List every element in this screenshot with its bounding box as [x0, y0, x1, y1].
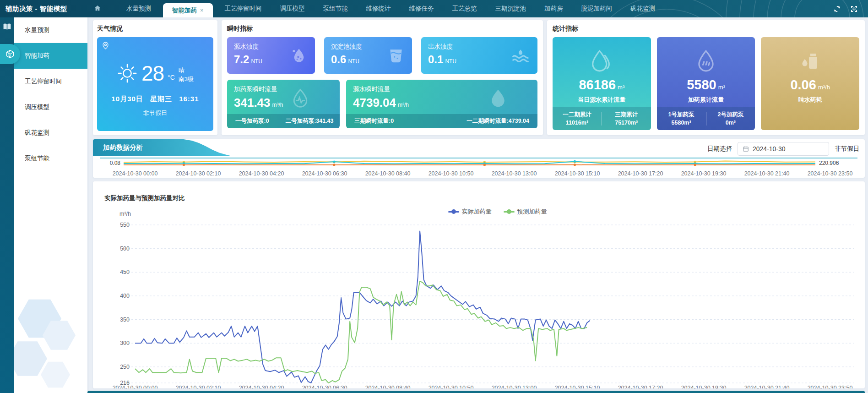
comparison-chart[interactable]: m³/h2162503003504004505005502024-10-30 0…: [97, 207, 865, 388]
tab-水量预测[interactable]: 水量预测: [117, 0, 160, 17]
comparison-chart-title: 实际加药量与预测加药量对比: [104, 194, 185, 202]
home-button[interactable]: [90, 5, 105, 13]
spark-right-value: 220.906: [819, 160, 839, 166]
bottle-drop-icon: [798, 49, 822, 75]
tab-label: 水量预测: [126, 0, 151, 17]
weather-panel-title: 天气情况: [97, 25, 213, 33]
metric-label: 源水瞬时流量: [346, 80, 537, 93]
metric-label: 出水浊度: [421, 37, 537, 51]
tab-调压模型[interactable]: 调压模型: [271, 0, 314, 17]
weather-card: 28 °C 晴 南3级 10月30日 星期三 16:31 非节假日: [97, 37, 213, 131]
stat-sub-row: 一二期累计11016m³ 三期累计75170m³: [553, 107, 651, 130]
x-tick-label: 2024-10-30 13:00: [492, 385, 537, 388]
tab-泵组节能[interactable]: 泵组节能: [314, 0, 357, 17]
temperature-unit: °C: [168, 74, 175, 81]
fullscreen-icon[interactable]: [850, 5, 858, 13]
wind-text: 南3级: [179, 75, 194, 83]
band-controls: 日期选择 2024-10-30 非节假日: [707, 142, 859, 156]
model-module-pill[interactable]: [0, 44, 20, 64]
tab-工艺总览[interactable]: 工艺总览: [443, 0, 486, 17]
y-tick-label: 450: [120, 269, 130, 275]
metric-label: 沉淀池浊度: [324, 37, 412, 51]
sub-name: 2号加药泵: [706, 110, 755, 119]
tab-加药房[interactable]: 加药房: [535, 0, 572, 17]
sidebar-item-工艺停留时间[interactable]: 工艺停留时间: [14, 69, 87, 94]
sidebar-item-矾花监测[interactable]: 矾花监测: [14, 120, 87, 146]
holiday-status: 非节假日: [97, 109, 213, 117]
main-content: 天气情况 28: [87, 17, 868, 393]
x-tick-label: 2024-10-30 10:50: [429, 385, 474, 388]
sidebar-item-泵组节能[interactable]: 泵组节能: [14, 146, 87, 171]
phase3-flow: 三期瞬时流量:0: [346, 117, 442, 125]
x-tick-label: 2024-10-30 06:30: [302, 385, 347, 388]
sub-name: 一二期累计: [553, 110, 602, 119]
calendar-icon: [743, 146, 749, 152]
hexagon-decoration: [14, 297, 87, 393]
time-text: 16:31: [179, 95, 199, 103]
sun-icon: [117, 63, 138, 84]
tab-close-icon[interactable]: ×: [200, 3, 204, 17]
tab-label: 加药房: [544, 0, 563, 17]
tab-工艺停留时间[interactable]: 工艺停留时间: [216, 0, 271, 17]
date-text: 10月30日: [111, 95, 143, 103]
sidebar-item-调压模型[interactable]: 调压模型: [14, 94, 87, 120]
date-picker[interactable]: 2024-10-30: [738, 142, 829, 156]
series-预测加药量: [135, 281, 587, 383]
spark-chart-area: 0.08220.9062024-10-30 00:002024-10-30 02…: [97, 158, 861, 177]
app-title: 辅助决策 - 智能模型: [0, 5, 90, 13]
sidebar-menu: 水量预测智能加药工艺停留时间调压模型矾花监测泵组节能: [14, 17, 87, 171]
temperature-value: 28: [141, 61, 164, 86]
stat-card-daily-source-flow: 86186m³ 当日源水累计流量 一二期累计11016m³ 三期累计75170m…: [553, 37, 651, 130]
stat-value: 5580: [687, 77, 716, 92]
stat-label: 吨水药耗: [761, 96, 859, 104]
metric-card-dosing-pump-flow: 加药泵瞬时流量 341.43m³/h 一号加药泵:0 二号加药泵:341.43: [227, 80, 340, 128]
tab-维修任务[interactable]: 维修任务: [400, 0, 443, 17]
statistics-panel: 统计指标 86186m³ 当日源水累计流量 一二期累计11016m³ 三期累计7…: [547, 20, 865, 135]
icon-rail: [0, 17, 14, 393]
tab-智能加药[interactable]: 智能加药×: [163, 3, 213, 17]
tab-维修统计[interactable]: 维修统计: [357, 0, 400, 17]
stat-sub-row: 1号加药泵5580m³ 2号加药泵0m³: [657, 107, 755, 130]
sub-name: 三期累计: [602, 110, 651, 119]
series-yellow: [124, 161, 815, 163]
sub-value: 5580m³: [657, 119, 706, 127]
next-section-edge: [87, 391, 865, 393]
cube-icon: [5, 49, 15, 59]
sub-value: 0m³: [706, 119, 755, 127]
book-icon[interactable]: [3, 23, 11, 31]
spark-chart[interactable]: 0.08220.9062024-10-30 00:002024-10-30 02…: [97, 158, 861, 177]
spark-xtick: 2024-10-30 19:30: [681, 170, 727, 177]
tab-脱泥加药间[interactable]: 脱泥加药间: [572, 0, 622, 17]
x-tick-label: 2024-10-30 08:40: [365, 385, 411, 388]
y-axis-unit: m³/h: [119, 211, 131, 217]
sub-name: 1号加药泵: [657, 110, 706, 119]
metric-value: 4739.04: [353, 96, 396, 109]
tab-三期沉淀池[interactable]: 三期沉淀池: [486, 0, 536, 17]
stat-unit: m³/h: [818, 84, 830, 91]
y-tick-label: 250: [120, 364, 130, 370]
metric-card-source-turbidity: 源水浊度 7.2NTU: [227, 37, 315, 74]
instant-metrics-panel: 瞬时指标 源水浊度 7.2NTU 沉淀池浊度 0.6NTU: [222, 20, 543, 135]
stat-card-chemical-per-ton: 0.06m³/h 吨水药耗: [761, 37, 859, 130]
metric-unit: m³/h: [272, 102, 283, 108]
sidebar-item-水量预测[interactable]: 水量预测: [14, 17, 87, 43]
metric-value: 0.1: [428, 53, 443, 66]
metric-label: 加药泵瞬时流量: [227, 80, 340, 93]
series-实际加药量: [135, 231, 590, 383]
sidebar-item-智能加药[interactable]: 智能加药: [14, 43, 87, 69]
stat-label: 当日源水累计流量: [553, 96, 651, 104]
spark-xtick: 2024-10-30 04:20: [239, 170, 284, 177]
sidebar: 水量预测智能加药工艺停留时间调压模型矾花监测泵组节能: [14, 17, 87, 393]
tab-label: 工艺停留时间: [225, 0, 262, 17]
x-tick-label: 2024-10-30 21:40: [744, 385, 790, 388]
metric-unit: NTU: [251, 58, 262, 65]
date-value: 2024-10-30: [753, 145, 786, 153]
tab-矾花监测[interactable]: 矾花监测: [621, 0, 664, 17]
pump1-flow: 一号加药泵:0: [227, 117, 277, 125]
spark-xtick: 2024-10-30 15:10: [555, 170, 600, 177]
sub-value: 75170m³: [602, 119, 651, 127]
stat-unit: m³: [618, 84, 624, 91]
metric-value: 7.2: [234, 53, 249, 66]
refresh-icon[interactable]: [833, 5, 841, 13]
spark-xtick: 2024-10-30 08:40: [365, 170, 411, 177]
